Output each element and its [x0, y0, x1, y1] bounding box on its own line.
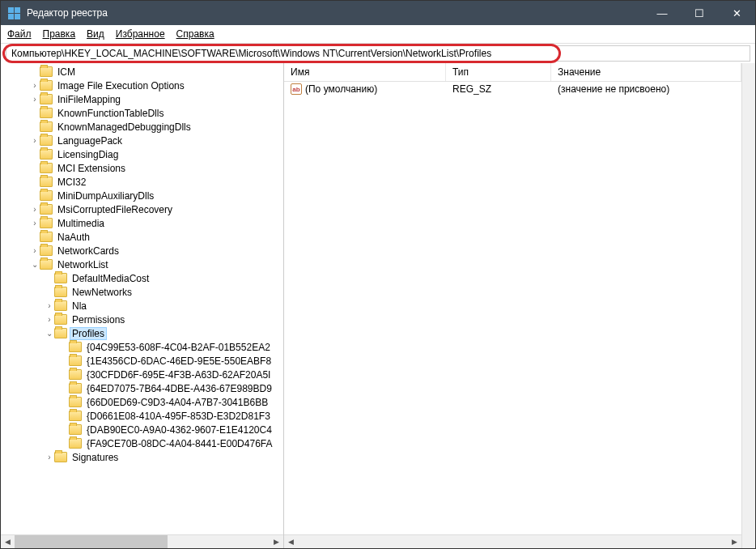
expander-icon[interactable]: › — [45, 301, 54, 310]
tree-item-label: NewNetworks — [70, 287, 134, 298]
tree-item-label: IniFileMapping — [56, 94, 122, 105]
tree-item-label: DefaultMediaCost — [70, 273, 151, 284]
tree-body[interactable]: ICM›Image File Execution Options›IniFile… — [1, 63, 283, 534]
menu-help[interactable]: Справка — [176, 28, 214, 40]
values-hscrollbar[interactable]: ◀ ▶ — [284, 534, 741, 548]
tree-item[interactable]: ICM — [1, 65, 283, 79]
tree-item-label: Nla — [70, 300, 88, 312]
menu-file[interactable]: Файл — [7, 28, 32, 40]
expander-icon[interactable]: › — [30, 205, 40, 214]
expander-icon[interactable]: › — [30, 246, 40, 255]
folder-icon — [69, 438, 82, 449]
tree-item[interactable]: {64ED7075-7B64-4DBE-A436-67E989BD9 — [1, 381, 283, 395]
tree-item[interactable]: LicensingDiag — [1, 147, 283, 161]
titlebar[interactable]: Редактор реестра — ☐ ✕ — [1, 1, 755, 25]
tree-item-label: {DAB90EC0-A9A0-4362-9607-E1E4120C4 — [85, 424, 274, 436]
tree-item[interactable]: MiniDumpAuxiliaryDlls — [1, 189, 283, 202]
values-vscrollbar[interactable] — [741, 63, 755, 548]
tree-item-label: LanguagePack — [56, 135, 124, 147]
tree-item[interactable]: {30CFDD6F-695E-4F3B-A63D-62AF20A5I — [1, 368, 283, 381]
maximize-button[interactable]: ☐ — [681, 1, 718, 25]
address-input[interactable] — [6, 45, 750, 62]
content-area: ICM›Image File Execution Options›IniFile… — [1, 63, 755, 548]
folder-icon — [54, 314, 67, 325]
tree-item[interactable]: ›MsiCorruptedFileRecovery — [1, 202, 283, 216]
menu-favorites[interactable]: Избранное — [116, 28, 165, 40]
tree-item-label: MCI Extensions — [56, 163, 127, 174]
tree-item[interactable]: {D0661E08-410A-495F-853D-E3D2D81F3 — [1, 409, 283, 423]
close-button[interactable]: ✕ — [718, 1, 755, 25]
folder-icon — [69, 424, 82, 435]
tree-item[interactable]: MCI32 — [1, 175, 283, 189]
folder-icon — [40, 218, 53, 228]
tree-item-label: Permissions — [70, 314, 126, 326]
expander-icon[interactable]: › — [45, 453, 54, 462]
expander-icon[interactable]: › — [30, 95, 40, 104]
folder-icon — [40, 177, 53, 187]
tree-item[interactable]: ›LanguagePack — [1, 134, 283, 147]
scroll-left-icon[interactable]: ◀ — [1, 535, 15, 549]
tree-item-label: {64ED7075-7B64-4DBE-A436-67E989BD9 — [85, 383, 274, 394]
tree-item[interactable]: {FA9CE70B-08DC-4A04-8441-E00D476FA — [1, 436, 283, 450]
tree-item[interactable]: ›Nla — [1, 299, 283, 313]
expander-icon[interactable]: ⌄ — [45, 329, 54, 338]
addressbar-container — [1, 44, 755, 63]
tree-item[interactable]: ›IniFileMapping — [1, 92, 283, 106]
registry-editor-window: Редактор реестра — ☐ ✕ Файл Правка Вид И… — [0, 0, 756, 549]
tree-item[interactable]: {1E4356CD-6DAC-46ED-9E5E-550EABF8 — [1, 354, 283, 368]
tree-item[interactable]: NaAuth — [1, 230, 283, 244]
folder-icon — [54, 328, 67, 338]
tree-item[interactable]: ›Signatures — [1, 450, 283, 464]
values-body[interactable]: ab (По умолчанию) REG_SZ (значение не пр… — [284, 82, 741, 534]
values-header[interactable]: Имя Тип Значение — [284, 63, 741, 82]
tree-item-label: {04C99E53-608F-4C04-B2AF-01B552EA2 — [85, 342, 272, 353]
col-name[interactable]: Имя — [284, 63, 446, 81]
tree-hscrollbar[interactable]: ◀ ▶ — [1, 534, 283, 548]
folder-icon — [40, 66, 53, 77]
folder-icon — [69, 383, 82, 394]
folder-icon — [40, 259, 53, 270]
col-data[interactable]: Значение — [551, 63, 741, 81]
tree-item[interactable]: {DAB90EC0-A9A0-4362-9607-E1E4120C4 — [1, 423, 283, 436]
minimize-button[interactable]: — — [643, 1, 681, 25]
tree-item[interactable]: ›Multimedia — [1, 216, 283, 230]
window-title: Редактор реестра — [27, 7, 643, 19]
scroll-right-icon[interactable]: ▶ — [270, 535, 283, 549]
tree-item[interactable]: ›NetworkCards — [1, 244, 283, 257]
tree-item-label: {66D0ED69-C9D3-4A04-A7B7-3041B6BB — [85, 397, 270, 408]
tree-item[interactable]: KnownFunctionTableDlls — [1, 106, 283, 120]
expander-icon[interactable]: › — [30, 81, 40, 90]
tree-item[interactable]: MCI Extensions — [1, 161, 283, 175]
expander-icon[interactable]: › — [30, 219, 40, 228]
folder-icon — [69, 355, 82, 366]
tree-item[interactable]: ›Permissions — [1, 313, 283, 326]
col-type[interactable]: Тип — [446, 63, 551, 81]
string-value-icon: ab — [291, 83, 302, 95]
tree-item[interactable]: KnownManagedDebuggingDlls — [1, 120, 283, 134]
tree-item[interactable]: {66D0ED69-C9D3-4A04-A7B7-3041B6BB — [1, 395, 283, 409]
expander-icon[interactable]: › — [45, 315, 54, 324]
expander-icon[interactable]: ⌄ — [30, 260, 40, 269]
scroll-left-icon[interactable]: ◀ — [284, 535, 298, 549]
tree-item[interactable]: DefaultMediaCost — [1, 271, 283, 285]
menu-view[interactable]: Вид — [87, 28, 104, 40]
folder-icon — [40, 94, 53, 104]
tree-item[interactable]: {04C99E53-608F-4C04-B2AF-01B552EA2 — [1, 340, 283, 354]
tree-item-label: {1E4356CD-6DAC-46ED-9E5E-550EABF8 — [85, 355, 273, 367]
scroll-right-icon[interactable]: ▶ — [728, 535, 741, 549]
value-type: REG_SZ — [446, 83, 551, 95]
folder-icon — [40, 163, 53, 173]
tree-item[interactable]: NewNetworks — [1, 285, 283, 299]
tree-item-label: ICM — [56, 66, 77, 78]
tree-item[interactable]: ⌄Profiles — [1, 326, 283, 340]
folder-icon — [40, 245, 53, 256]
tree-item[interactable]: ⌄NetworkList — [1, 257, 283, 271]
folder-icon — [54, 287, 67, 297]
menu-edit[interactable]: Правка — [43, 28, 76, 40]
folder-icon — [40, 204, 53, 215]
tree-item[interactable]: ›Image File Execution Options — [1, 79, 283, 92]
expander-icon[interactable]: › — [30, 136, 40, 145]
folder-icon — [40, 108, 53, 118]
value-name: (По умолчанию) — [305, 83, 377, 95]
value-row[interactable]: ab (По умолчанию) REG_SZ (значение не пр… — [284, 82, 741, 96]
